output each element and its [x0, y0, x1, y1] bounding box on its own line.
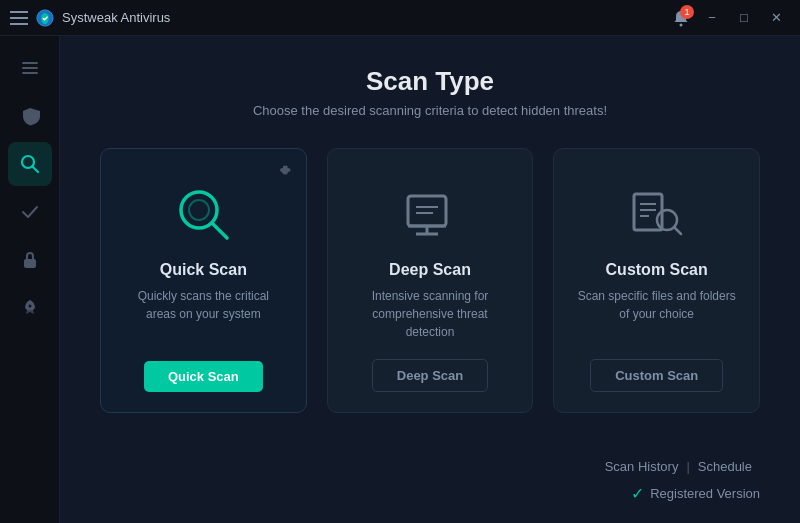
- sidebar-item-rocket[interactable]: [8, 286, 52, 330]
- app-logo: [36, 9, 54, 27]
- custom-scan-desc: Scan specific files and folders of your …: [574, 287, 739, 341]
- custom-scan-icon: [622, 179, 692, 249]
- sidebar-item-scan[interactable]: [8, 142, 52, 186]
- svg-line-23: [674, 227, 681, 234]
- schedule-link[interactable]: Schedule: [690, 455, 760, 478]
- footer: Scan History | Schedule: [100, 445, 760, 478]
- registered-label: Registered Version: [650, 486, 760, 501]
- custom-scan-card[interactable]: Custom Scan Scan specific files and fold…: [553, 148, 760, 413]
- notification-count: 1: [680, 5, 694, 19]
- title-bar-left: Systweak Antivirus: [10, 9, 170, 27]
- title-bar: Systweak Antivirus 1 − □ ✕: [0, 0, 800, 36]
- svg-rect-12: [408, 196, 446, 226]
- menu-icon[interactable]: [10, 11, 28, 25]
- main-layout: Scan Type Choose the desired scanning cr…: [0, 36, 800, 523]
- page-subtitle: Choose the desired scanning criteria to …: [100, 103, 760, 118]
- scan-cards: Quick Scan Quickly scans the critical ar…: [100, 148, 760, 413]
- sidebar-item-menu[interactable]: [8, 46, 52, 90]
- deep-scan-icon: [395, 179, 465, 249]
- sidebar: [0, 36, 60, 523]
- custom-scan-title: Custom Scan: [606, 261, 708, 279]
- quick-scan-title: Quick Scan: [160, 261, 247, 279]
- app-title: Systweak Antivirus: [62, 10, 170, 25]
- deep-scan-card[interactable]: Deep Scan Intensive scanning for compreh…: [327, 148, 534, 413]
- quick-scan-icon: [168, 179, 238, 249]
- registered-version: ✓ Registered Version: [100, 484, 760, 503]
- deep-scan-desc: Intensive scanning for comprehensive thr…: [348, 287, 513, 341]
- deep-scan-title: Deep Scan: [389, 261, 471, 279]
- svg-rect-3: [22, 67, 38, 69]
- maximize-button[interactable]: □: [730, 4, 758, 32]
- svg-rect-2: [22, 62, 38, 64]
- page-title: Scan Type: [100, 66, 760, 97]
- close-button[interactable]: ✕: [762, 4, 790, 32]
- svg-line-10: [212, 223, 227, 238]
- window-controls: 1 − □ ✕: [672, 4, 790, 32]
- scan-history-link[interactable]: Scan History: [597, 455, 687, 478]
- quick-scan-card[interactable]: Quick Scan Quickly scans the critical ar…: [100, 148, 307, 413]
- sidebar-item-lock[interactable]: [8, 238, 52, 282]
- settings-icon[interactable]: [276, 163, 292, 179]
- quick-scan-button[interactable]: Quick Scan: [144, 361, 263, 392]
- minimize-button[interactable]: −: [698, 4, 726, 32]
- quick-scan-desc: Quickly scans the critical areas on your…: [121, 287, 286, 343]
- notification-bell[interactable]: 1: [672, 9, 690, 27]
- svg-line-6: [32, 167, 38, 173]
- svg-rect-4: [22, 72, 38, 74]
- custom-scan-button[interactable]: Custom Scan: [590, 359, 723, 392]
- svg-point-11: [189, 200, 209, 220]
- svg-rect-7: [24, 259, 36, 268]
- sidebar-item-shield[interactable]: [8, 94, 52, 138]
- content-area: Scan Type Choose the desired scanning cr…: [60, 36, 800, 523]
- svg-point-8: [28, 305, 31, 308]
- sidebar-item-check[interactable]: [8, 190, 52, 234]
- svg-point-1: [680, 23, 683, 26]
- check-circle-icon: ✓: [631, 484, 644, 503]
- deep-scan-button[interactable]: Deep Scan: [372, 359, 488, 392]
